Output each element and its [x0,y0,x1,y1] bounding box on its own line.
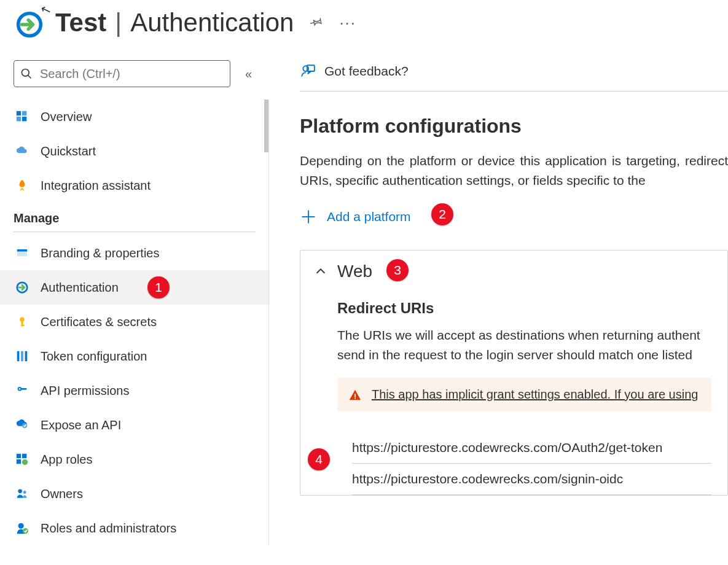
svg-rect-13 [17,351,20,362]
sidebar-item-token-config[interactable]: Token configuration [0,339,269,373]
svg-rect-8 [17,252,28,257]
sidebar-item-app-roles[interactable]: App roles [0,442,269,477]
annotation-badge-1: 1 [147,276,170,298]
annotation-badge-4: 4 [308,448,330,470]
page-section-name: Authentication [130,8,294,37]
svg-rect-14 [21,351,23,362]
svg-point-25 [23,491,26,494]
svg-rect-20 [17,454,21,458]
add-platform-button[interactable]: Add a platform 2 [300,208,728,225]
feedback-icon [300,63,316,79]
sidebar-item-label: Overview [41,110,92,124]
api-perm-icon [14,382,31,399]
rocket-icon [14,177,31,194]
sidebar-item-branding[interactable]: Branding & properties [0,236,269,270]
svg-point-27 [23,528,28,534]
sidebar-item-label: App roles [41,453,93,467]
sidebar-item-label: Branding & properties [41,246,159,260]
sidebar-section-manage: Manage [14,203,256,232]
svg-point-23 [22,459,28,465]
redirect-uri-row[interactable]: https://picturestore.codewrecks.com/sign… [352,464,711,495]
svg-rect-32 [354,394,356,397]
svg-point-26 [18,523,24,529]
key-icon [14,313,31,330]
svg-rect-15 [25,351,28,362]
svg-rect-7 [17,249,28,252]
sidebar-item-owners[interactable]: Owners [0,477,269,511]
svg-point-1 [22,69,29,77]
sidebar-item-roles-admins[interactable]: Roles and administrators [0,511,269,545]
svg-rect-4 [22,111,26,115]
warning-text: This app has implicit grant settings ena… [372,388,698,402]
sidebar-item-overview[interactable]: Overview [0,99,269,134]
redirect-uris-desc: The URIs we will accept as destinations … [337,325,711,364]
sidebar-item-label: Owners [41,487,83,501]
svg-rect-21 [22,454,26,458]
platform-config-desc: Depending on the platform or device this… [300,151,728,190]
chevron-up-icon [314,265,331,278]
sidebar-item-label: Certificates & secrets [41,315,157,329]
annotation-badge-3: 3 [386,259,409,281]
page-header: Test | Authentication ··· [0,0,728,50]
sidebar-top-nav: Overview Quickstart Integration assistan… [0,99,269,203]
sidebar-item-label: Integration assistant [41,179,151,193]
sidebar-item-label: Expose an API [41,418,121,432]
search-input[interactable] [39,66,224,82]
collapse-sidebar-icon[interactable]: « [245,67,256,81]
sidebar: « Overview Quickstart [0,50,269,545]
svg-rect-22 [17,459,21,464]
pin-icon[interactable] [310,15,323,31]
app-name: Test [55,8,106,37]
sidebar-item-certificates[interactable]: Certificates & secrets [0,305,269,339]
sidebar-manage-nav: Branding & properties Authentication 1 C… [0,236,269,545]
redirect-uri-value: https://picturestore.codewrecks.com/sign… [352,472,623,486]
branding-icon [14,244,31,262]
expose-api-icon [14,416,31,434]
more-icon[interactable]: ··· [339,20,356,26]
svg-rect-33 [354,397,356,399]
sidebar-item-label: Quickstart [41,144,96,158]
sidebar-item-authentication[interactable]: Authentication 1 [0,270,269,305]
bars-icon [14,348,31,365]
main-content: Got feedback? Platform configurations De… [269,50,728,545]
app-logo-icon [15,10,44,39]
svg-rect-5 [17,117,21,121]
search-icon [20,68,34,80]
roles-admin-icon [14,520,31,537]
sidebar-scrollbar[interactable] [264,99,269,545]
redirect-uri-value: https://picturestore.codewrecks.com/OAut… [352,440,662,455]
platform-config-title: Platform configurations [300,115,728,138]
implicit-grant-warning[interactable]: This app has implicit grant settings ena… [337,378,711,411]
app-roles-icon [14,451,31,468]
svg-rect-6 [22,117,26,121]
cloud-icon [14,142,31,160]
redirect-uri-row[interactable]: https://picturestore.codewrecks.com/OAut… [352,432,711,464]
redirect-uris-title: Redirect URIs [337,300,711,317]
redirect-uri-list: 4 https://picturestore.codewrecks.com/OA… [337,430,711,495]
auth-icon [14,279,31,296]
sidebar-item-api-permissions[interactable]: API permissions [0,373,269,408]
owners-icon [14,485,31,502]
sidebar-item-integration-assistant[interactable]: Integration assistant [0,168,269,203]
sidebar-item-label: Authentication [41,281,119,295]
svg-rect-17 [21,388,26,390]
svg-rect-3 [17,111,21,115]
sidebar-item-quickstart[interactable]: Quickstart [0,134,269,168]
platform-web-title: Web [337,262,372,281]
feedback-label: Got feedback? [324,64,409,79]
page-title: Test | Authentication [55,8,294,37]
sidebar-item-expose-api[interactable]: Expose an API [0,408,269,442]
svg-rect-12 [22,325,25,326]
svg-point-18 [19,388,21,390]
feedback-button[interactable]: Got feedback? [300,50,728,92]
add-platform-label: Add a platform [327,209,411,224]
sidebar-item-label: Token configuration [41,349,147,364]
warning-icon [348,388,362,402]
annotation-badge-2: 2 [431,203,453,225]
svg-point-10 [20,318,25,322]
sidebar-search[interactable] [14,60,230,87]
title-separator: | [115,8,122,37]
platform-header-web[interactable]: Web 3 [300,251,727,286]
sidebar-item-label: API permissions [41,384,130,398]
sidebar-item-label: Roles and administrators [41,521,176,536]
